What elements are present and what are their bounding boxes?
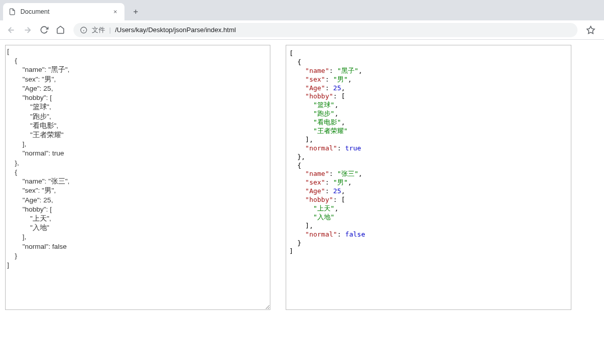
bookmark-button[interactable]: [584, 23, 598, 37]
back-button[interactable]: [4, 23, 18, 37]
file-icon: [8, 8, 16, 16]
json-output-panel: [ { "name": "黑子", "sex": "男", "Age": 25,…: [286, 45, 571, 310]
home-button[interactable]: [53, 23, 67, 37]
url-separator: |: [109, 26, 111, 34]
forward-button[interactable]: [20, 23, 35, 37]
browser-tab[interactable]: Document: [3, 3, 124, 20]
json-input-textarea[interactable]: [ { "name": "黑子", "sex": "男", "Age": 25,…: [5, 45, 270, 310]
page-content: [ { "name": "黑子", "sex": "男", "Age": 25,…: [0, 40, 604, 315]
address-bar[interactable]: 文件 | /Users/kay/Desktop/jsonParse/index.…: [73, 23, 577, 37]
url-prefix: 文件: [92, 25, 105, 35]
close-icon[interactable]: [111, 8, 119, 16]
reload-button[interactable]: [37, 23, 51, 37]
info-icon: [80, 26, 88, 34]
svg-marker-9: [587, 26, 595, 33]
browser-chrome: Document 文件 | /Users/kay/Desktop/: [0, 0, 604, 40]
tab-title: Document: [20, 8, 107, 15]
new-tab-button[interactable]: [129, 5, 143, 19]
url-path: /Users/kay/Desktop/jsonParse/index.html: [115, 26, 236, 34]
tab-strip: Document: [0, 0, 604, 20]
browser-toolbar: 文件 | /Users/kay/Desktop/jsonParse/index.…: [0, 20, 604, 40]
